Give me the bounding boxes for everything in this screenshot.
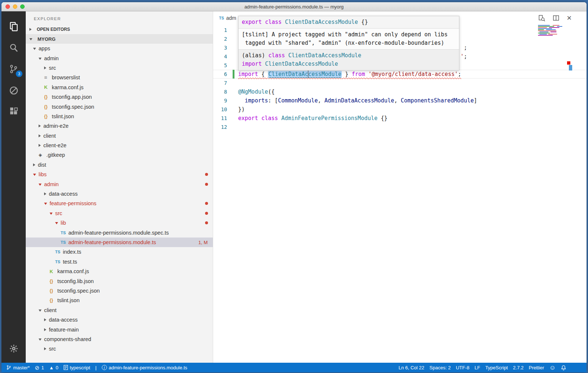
status-warnings[interactable]: ▲0 [47,365,61,370]
tree-file-tsconfig.spec.json[interactable]: {}tsconfig.spec.json [26,102,213,111]
tree-folder-lib[interactable]: lib [26,218,213,228]
activity-search[interactable] [1,37,26,58]
tree-folder-libs[interactable]: libs [26,170,213,179]
status-notifications[interactable] [558,365,569,370]
activity-debug[interactable] [1,80,26,101]
tree-file-karma.conf.js[interactable]: Kkarma.conf.js [26,267,213,276]
minimap-line [538,26,562,27]
tree-folder-client[interactable]: client [26,305,213,315]
status-label: UTF-8 [456,365,469,370]
tab-admin-feature-permissions-module[interactable]: TS adm [213,11,241,25]
tree-item-label: browserslist [52,75,80,80]
tree-file-admin-feature-permissions.module.spec.ts[interactable]: TSadmin-feature-permissions.module.spec.… [26,228,213,237]
status-label: 2.7.2 [513,365,524,370]
status-cursor-position[interactable]: Ln 6, Col 22 [396,365,427,370]
tree-folder-admin[interactable]: admin [26,179,213,189]
minimize-window-button[interactable] [13,4,17,9]
close-editor-button[interactable]: ✕ [567,15,572,21]
hover-tooltip: export class ClientDataAccessModule {}[t… [238,16,459,70]
status-git-branch[interactable]: master* [4,365,32,370]
tree-item-label: client [44,307,57,313]
status-label: admin-feature-permissions.module.ts [109,365,187,370]
tree-folder-client-e2e[interactable]: client-e2e [26,141,213,150]
status-language-mode[interactable]: TypeScript [483,365,510,370]
workspace-root-label: MYORG [37,36,55,42]
tree-folder-src[interactable]: src [26,209,213,218]
hover-line: (alias) class ClientDataAccessModule [242,51,456,60]
split-editor-button[interactable] [553,15,559,21]
status-label: 0 [55,365,58,370]
zoom-window-button[interactable] [20,4,25,9]
title-bar[interactable]: admin-feature-permissions.module.ts — my… [1,2,587,11]
status-feedback[interactable]: ☺ [547,365,558,371]
code-line-8[interactable]: 8@NgModule({ [213,87,587,96]
token: }) [238,106,245,113]
activity-source-control[interactable]: 3 [1,58,26,80]
tree-file-tsconfig.lib.json[interactable]: {}tsconfig.lib.json [26,276,213,286]
tree-folder-admin-e2e[interactable]: admin-e2e [26,121,213,131]
text-cursor [308,70,309,78]
tree-file-tslint.json[interactable]: {}tslint.json [26,112,213,121]
token: ComponentsSharedModule [401,97,474,104]
activity-settings[interactable] [1,338,26,359]
tree-folder-data-access[interactable]: data-access [26,189,213,199]
tree-item-label: client-e2e [43,142,67,148]
open-editors-header[interactable]: OPEN EDITORS [26,25,213,34]
tree-folder-dist[interactable]: dist [26,160,213,170]
status-ts-version[interactable]: 2.7.2 [510,365,526,370]
overview-ruler-marker [569,65,572,70]
status-typescript-status[interactable]: typescript [61,365,93,370]
tree-file-.gitkeep[interactable]: ◈.gitkeep [26,150,213,160]
search-icon [9,43,19,53]
tree-folder-src[interactable]: src [26,63,213,73]
minimap[interactable] [538,25,562,36]
status-label: TypeScript [485,365,508,370]
code-line-10[interactable]: 10}) [213,105,587,114]
chevron-down-icon [39,309,42,312]
status-active-file-info[interactable]: iadmin-feature-permissions.module.ts [99,365,190,370]
tree-folder-feature-permissions[interactable]: feature-permissions [26,199,213,208]
line-number: 1 [213,27,227,33]
activity-explorer[interactable] [1,16,26,37]
code-line-11[interactable]: 11export class AdminFeaturePermissionsMo… [213,114,587,123]
tree-item-label: data-access [49,317,78,323]
code-line-6[interactable]: 6import { ClientDataAccessModule } from … [213,70,587,79]
chevron-down-icon [44,203,47,205]
tree-folder-admin[interactable]: admin [26,53,213,63]
tree-folder-feature-main[interactable]: feature-main [26,325,213,334]
status-label: master* [13,365,30,370]
status-formatter[interactable]: Prettier [526,365,547,370]
workspace-root-header[interactable]: MYORG [26,34,213,44]
status-eol[interactable]: LF [472,365,483,370]
tree-folder-client[interactable]: client [26,131,213,141]
tree-file-browserslist[interactable]: ≡browserslist [26,73,213,82]
tree-folder-apps[interactable]: apps [26,44,213,53]
close-window-button[interactable] [6,4,10,9]
tree-file-admin-feature-permissions.module.ts[interactable]: TSadmin-feature-permissions.module.ts1, … [26,238,213,247]
tree-file-index.ts[interactable]: TSindex.ts [26,247,213,257]
chevron-down-icon [39,58,42,60]
tree-folder-components-shared[interactable]: components-shared [26,334,213,344]
activity-extensions[interactable] [1,101,26,122]
tree-file-tsconfig.app.json[interactable]: {}tsconfig.app.json [26,92,213,102]
open-changes-button[interactable] [538,15,545,22]
code-line-9[interactable]: 9 imports: [CommonModule, AdminDataAcces… [213,96,587,105]
tree-file-tslint.json[interactable]: {}tslint.json [26,296,213,305]
status-encoding[interactable]: UTF-8 [453,365,472,370]
status-indentation[interactable]: Spaces: 2 [427,365,453,370]
tree-item-label: feature-main [49,327,79,333]
token: { [258,71,268,77]
branch-icon [6,365,11,370]
hover-section-1: export class ClientDataAccessModule {} [239,16,459,28]
code-line-7[interactable]: 7 [213,79,587,87]
tree-folder-src[interactable]: src [26,344,213,354]
tree-file-tsconfig.spec.json[interactable]: {}tsconfig.spec.json [26,286,213,296]
line-number: 4 [213,54,227,59]
tree-file-karma.conf.js[interactable]: Kkarma.conf.js [26,83,213,92]
token: ] [474,97,477,104]
tree-folder-data-access[interactable]: data-access [26,315,213,325]
token: AdminDataAccessModule [325,97,394,104]
status-errors[interactable]: ⊘1 [32,365,47,370]
code-line-12[interactable]: 12 [213,123,587,131]
tree-file-test.ts[interactable]: TStest.ts [26,257,213,267]
